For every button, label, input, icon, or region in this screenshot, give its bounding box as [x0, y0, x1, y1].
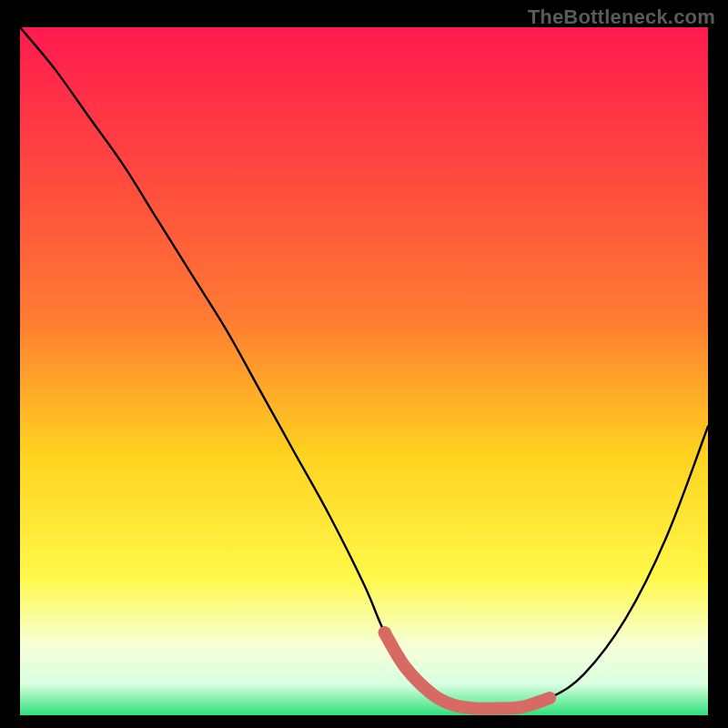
highlight-dot	[392, 651, 405, 663]
chart-frame: TheBottleneck.com	[0, 0, 728, 728]
gradient-background	[20, 27, 708, 715]
plot-area	[20, 27, 708, 715]
watermark-text: TheBottleneck.com	[528, 5, 715, 29]
highlight-dot	[379, 626, 391, 639]
chart-svg	[20, 27, 708, 715]
